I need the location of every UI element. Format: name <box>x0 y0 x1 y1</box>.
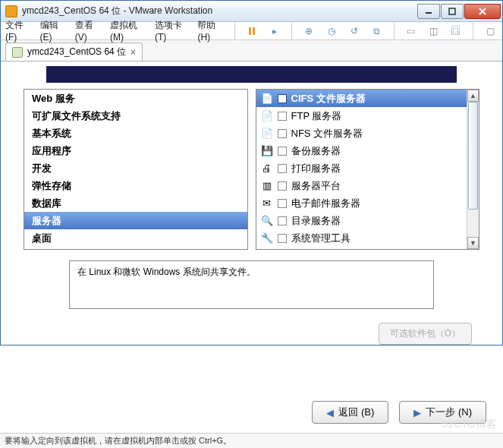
manage-icon[interactable]: ⧉ <box>369 23 385 39</box>
play-icon[interactable]: ▸ <box>267 23 282 39</box>
pause-icon[interactable] <box>244 23 259 39</box>
maximize-button[interactable] <box>441 4 464 19</box>
revert-icon[interactable]: ↺ <box>347 23 362 39</box>
service-item[interactable]: 📄NFS 文件服务器 <box>256 125 467 142</box>
service-icon: ✉ <box>261 197 273 210</box>
menu-vm[interactable]: 虚拟机(M) <box>110 19 147 43</box>
layout2-icon[interactable]: ◫ <box>426 23 441 39</box>
description-box: 在 Linux 和微软 Windows 系统间共享文件。 <box>69 260 434 309</box>
clock-icon[interactable]: ◷ <box>324 23 339 39</box>
service-item[interactable]: 🔍目录服务器 <box>256 212 467 229</box>
service-icon: 📄 <box>261 93 273 105</box>
app-icon <box>5 5 17 17</box>
service-label: 系统管理工具 <box>291 232 351 245</box>
installer-header <box>46 66 457 83</box>
service-item[interactable]: 🖨打印服务器 <box>256 159 467 177</box>
category-item[interactable]: 桌面 <box>24 229 247 247</box>
service-item[interactable]: ✉电子邮件服务器 <box>256 194 467 212</box>
service-item[interactable]: 📄FTP 服务器 <box>256 107 467 125</box>
service-icon: 🔧 <box>261 232 273 245</box>
service-checkbox[interactable] <box>278 234 287 243</box>
service-item[interactable]: 💾备份服务器 <box>256 142 467 159</box>
layout3-icon[interactable]: ⿴ <box>448 23 464 39</box>
vm-tab-label: ymcd243_CentOS 64 位 <box>27 46 126 58</box>
optional-packages-button[interactable]: 可选软件包（O） <box>379 323 472 345</box>
service-item[interactable]: 🔧系统管理工具 <box>256 229 467 247</box>
service-label: 服务器平台 <box>291 179 341 193</box>
watermark: 51CTO博客 <box>442 418 497 431</box>
service-label: NFS 文件服务器 <box>291 127 363 140</box>
snapshot-icon[interactable]: ⊕ <box>301 23 316 39</box>
category-item[interactable]: 服务器 <box>24 212 247 229</box>
svg-rect-1 <box>449 8 455 14</box>
service-label: FTP 服务器 <box>291 109 342 123</box>
service-checkbox[interactable] <box>278 129 287 138</box>
status-text: 要将输入定向到该虚拟机，请在虚拟机内部单击或按 Ctrl+G。 <box>5 435 231 446</box>
category-item[interactable]: 弹性存储 <box>24 177 247 194</box>
service-item[interactable]: ▥服务器平台 <box>256 177 467 194</box>
vm-tab[interactable]: ymcd243_CentOS 64 位 × <box>5 43 143 61</box>
category-item[interactable]: 基本系统 <box>24 125 247 142</box>
scrollbar[interactable]: ▲ ▼ <box>467 90 479 249</box>
category-item[interactable]: 可扩展文件系统支持 <box>24 107 247 125</box>
service-checkbox[interactable] <box>278 199 287 208</box>
category-item[interactable]: 数据库 <box>24 194 247 212</box>
service-checkbox[interactable] <box>278 112 287 121</box>
back-button[interactable]: ◀ 返回 (B) <box>312 401 388 424</box>
minimize-button[interactable] <box>417 4 440 19</box>
scroll-up-icon[interactable]: ▲ <box>467 90 479 102</box>
menu-tabs[interactable]: 选项卡(T) <box>155 19 190 43</box>
category-item[interactable]: Web 服务 <box>24 90 247 107</box>
statusbar: 要将输入定向到该虚拟机，请在虚拟机内部单击或按 Ctrl+G。 <box>0 433 503 448</box>
tabbar: ymcd243_CentOS 64 位 × <box>1 40 502 62</box>
service-icon: ▥ <box>261 180 273 192</box>
service-icon: 🖨 <box>261 162 273 175</box>
service-label: CIFS 文件服务器 <box>291 92 366 106</box>
arrow-right-icon: ▶ <box>413 407 421 418</box>
service-label: 电子邮件服务器 <box>291 197 360 210</box>
menu-help[interactable]: 帮助(H) <box>197 19 225 43</box>
close-button[interactable] <box>464 4 501 19</box>
vm-display[interactable]: Web 服务可扩展文件系统支持基本系统应用程序开发弹性存储数据库服务器桌面 📄C… <box>1 66 502 345</box>
service-checkbox[interactable] <box>278 216 287 226</box>
svg-rect-4 <box>249 27 251 35</box>
menu-file[interactable]: 文件(F) <box>5 19 33 43</box>
svg-rect-5 <box>253 27 255 35</box>
fullscreen-icon[interactable]: ▢ <box>483 23 498 39</box>
service-checkbox[interactable] <box>278 147 287 156</box>
category-panel: Web 服务可扩展文件系统支持基本系统应用程序开发弹性存储数据库服务器桌面 <box>24 89 248 250</box>
vm-tab-icon <box>12 47 23 58</box>
menubar: 文件(F) 编辑(E) 查看(V) 虚拟机(M) 选项卡(T) 帮助(H) ▸ … <box>1 22 502 40</box>
services-panel: 📄CIFS 文件服务器📄FTP 服务器📄NFS 文件服务器💾备份服务器🖨打印服务… <box>256 89 480 250</box>
service-icon: 💾 <box>261 145 273 157</box>
scroll-down-icon[interactable]: ▼ <box>467 237 479 249</box>
service-icon: 🔍 <box>261 215 273 227</box>
category-item[interactable]: 开发 <box>24 159 247 177</box>
layout1-icon[interactable]: ▭ <box>403 23 418 39</box>
category-item[interactable]: 应用程序 <box>24 142 247 159</box>
window-title: ymcd243_CentOS 64 位 - VMware Workstation <box>22 5 417 17</box>
service-checkbox[interactable] <box>278 181 287 191</box>
service-item[interactable]: 📄CIFS 文件服务器 <box>256 90 467 107</box>
service-icon: 📄 <box>261 128 273 140</box>
arrow-left-icon: ◀ <box>326 407 334 418</box>
service-icon: 📄 <box>261 110 273 122</box>
tab-close-icon[interactable]: × <box>130 47 136 58</box>
scroll-thumb[interactable] <box>468 102 478 210</box>
menu-edit[interactable]: 编辑(E) <box>40 19 68 43</box>
service-label: 打印服务器 <box>291 162 341 175</box>
service-checkbox[interactable] <box>278 164 287 173</box>
service-checkbox[interactable] <box>278 94 287 103</box>
service-label: 目录服务器 <box>291 214 341 228</box>
menu-view[interactable]: 查看(V) <box>75 19 102 43</box>
service-label: 备份服务器 <box>291 144 341 158</box>
